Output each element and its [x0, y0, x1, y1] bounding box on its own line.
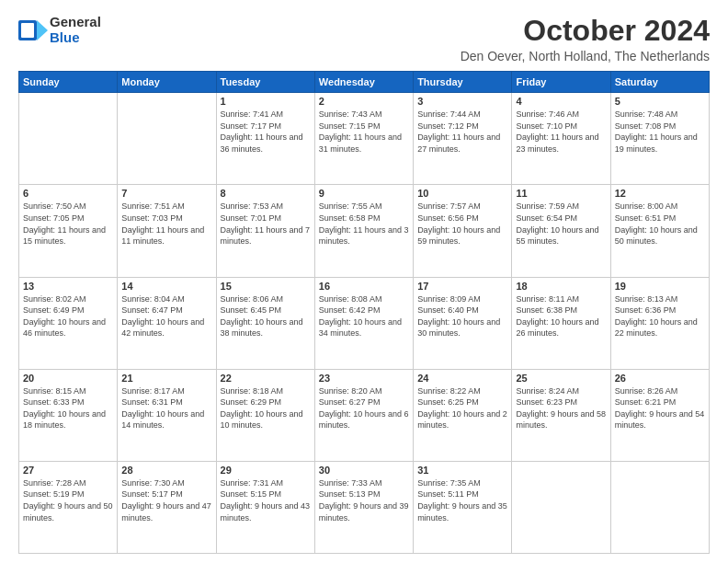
page: General Blue October 2024 Den Oever, Nor… — [0, 0, 728, 563]
weekday-header: Friday — [512, 72, 610, 93]
day-number: 1 — [221, 96, 311, 107]
svg-rect-2 — [21, 23, 34, 38]
cell-info: Sunrise: 8:00 AMSunset: 6:51 PMDaylight:… — [615, 201, 698, 246]
day-number: 26 — [615, 373, 705, 384]
day-number: 21 — [121, 373, 211, 384]
cell-info: Sunrise: 8:20 AMSunset: 6:27 PMDaylight:… — [319, 386, 409, 431]
day-number: 31 — [417, 465, 507, 476]
title-area: October 2024 Den Oever, North Holland, T… — [461, 15, 710, 63]
calendar-row: 1 Sunrise: 7:41 AMSunset: 7:17 PMDayligh… — [19, 93, 710, 185]
calendar-cell: 21 Sunrise: 8:17 AMSunset: 6:31 PMDaylig… — [118, 369, 216, 461]
day-number: 27 — [23, 465, 113, 476]
calendar-cell: 25 Sunrise: 8:24 AMSunset: 6:23 PMDaylig… — [512, 369, 610, 461]
day-number: 30 — [319, 465, 409, 476]
logo-blue-text: Blue — [50, 30, 101, 46]
calendar-cell: 20 Sunrise: 8:15 AMSunset: 6:33 PMDaylig… — [19, 369, 118, 461]
cell-info: Sunrise: 8:18 AMSunset: 6:29 PMDaylight:… — [221, 386, 303, 431]
day-number: 23 — [319, 373, 409, 384]
cell-info: Sunrise: 8:04 AMSunset: 6:47 PMDaylight:… — [121, 294, 204, 339]
cell-info: Sunrise: 7:59 AMSunset: 6:54 PMDaylight:… — [516, 201, 598, 246]
day-number: 6 — [23, 188, 113, 199]
calendar-cell: 30 Sunrise: 7:33 AMSunset: 5:13 PMDaylig… — [314, 461, 413, 553]
day-number: 13 — [23, 281, 113, 292]
calendar-cell: 17 Sunrise: 8:09 AMSunset: 6:40 PMDaylig… — [414, 277, 512, 369]
cell-info: Sunrise: 8:17 AMSunset: 6:31 PMDaylight:… — [121, 386, 204, 431]
cell-info: Sunrise: 8:15 AMSunset: 6:33 PMDaylight:… — [23, 386, 106, 431]
calendar-row: 20 Sunrise: 8:15 AMSunset: 6:33 PMDaylig… — [19, 369, 710, 461]
day-number: 11 — [516, 188, 606, 199]
day-number: 19 — [615, 281, 705, 292]
calendar-cell: 7 Sunrise: 7:51 AMSunset: 7:03 PMDayligh… — [118, 185, 216, 277]
logo-icon — [18, 20, 48, 40]
day-number: 3 — [417, 96, 507, 107]
calendar-row: 6 Sunrise: 7:50 AMSunset: 7:05 PMDayligh… — [19, 185, 710, 277]
cell-info: Sunrise: 8:06 AMSunset: 6:45 PMDaylight:… — [221, 294, 303, 339]
calendar-cell: 19 Sunrise: 8:13 AMSunset: 6:36 PMDaylig… — [610, 277, 709, 369]
calendar-cell: 23 Sunrise: 8:20 AMSunset: 6:27 PMDaylig… — [314, 369, 413, 461]
day-number: 29 — [221, 465, 311, 476]
calendar-cell: 11 Sunrise: 7:59 AMSunset: 6:54 PMDaylig… — [512, 185, 610, 277]
day-number: 7 — [121, 188, 211, 199]
calendar-cell: 12 Sunrise: 8:00 AMSunset: 6:51 PMDaylig… — [610, 185, 709, 277]
cell-info: Sunrise: 7:43 AMSunset: 7:15 PMDaylight:… — [319, 109, 402, 154]
cell-info: Sunrise: 7:55 AMSunset: 6:58 PMDaylight:… — [319, 201, 409, 246]
calendar-cell — [610, 461, 709, 553]
day-number: 25 — [516, 373, 606, 384]
calendar-cell — [118, 93, 216, 185]
calendar-cell — [19, 93, 118, 185]
calendar-cell: 18 Sunrise: 8:11 AMSunset: 6:38 PMDaylig… — [512, 277, 610, 369]
weekday-header: Thursday — [414, 72, 512, 93]
cell-info: Sunrise: 7:33 AMSunset: 5:13 PMDaylight:… — [319, 478, 409, 523]
calendar-cell: 24 Sunrise: 8:22 AMSunset: 6:25 PMDaylig… — [414, 369, 512, 461]
day-number: 8 — [221, 188, 311, 199]
cell-info: Sunrise: 7:51 AMSunset: 7:03 PMDaylight:… — [121, 201, 204, 246]
calendar-row: 13 Sunrise: 8:02 AMSunset: 6:49 PMDaylig… — [19, 277, 710, 369]
calendar-cell: 28 Sunrise: 7:30 AMSunset: 5:17 PMDaylig… — [118, 461, 216, 553]
calendar-cell: 2 Sunrise: 7:43 AMSunset: 7:15 PMDayligh… — [314, 93, 413, 185]
calendar-row: 27 Sunrise: 7:28 AMSunset: 5:19 PMDaylig… — [19, 461, 710, 553]
cell-info: Sunrise: 7:41 AMSunset: 7:17 PMDaylight:… — [221, 109, 303, 154]
cell-info: Sunrise: 8:26 AMSunset: 6:21 PMDaylight:… — [615, 386, 705, 431]
cell-info: Sunrise: 7:46 AMSunset: 7:10 PMDaylight:… — [516, 109, 598, 154]
day-number: 15 — [221, 281, 311, 292]
logo-general-text: General — [50, 15, 101, 30]
cell-info: Sunrise: 7:28 AMSunset: 5:19 PMDaylight:… — [23, 478, 113, 523]
day-number: 17 — [417, 281, 507, 292]
location-text: Den Oever, North Holland, The Netherland… — [461, 49, 710, 63]
day-number: 5 — [615, 96, 705, 107]
svg-marker-1 — [37, 20, 48, 40]
day-number: 24 — [417, 373, 507, 384]
cell-info: Sunrise: 8:09 AMSunset: 6:40 PMDaylight:… — [417, 294, 500, 339]
calendar-table: SundayMondayTuesdayWednesdayThursdayFrid… — [18, 71, 710, 554]
cell-info: Sunrise: 8:13 AMSunset: 6:36 PMDaylight:… — [615, 294, 698, 339]
cell-info: Sunrise: 7:30 AMSunset: 5:17 PMDaylight:… — [121, 478, 211, 523]
day-number: 20 — [23, 373, 113, 384]
day-number: 10 — [417, 188, 507, 199]
calendar-cell: 5 Sunrise: 7:48 AMSunset: 7:08 PMDayligh… — [610, 93, 709, 185]
calendar-cell: 16 Sunrise: 8:08 AMSunset: 6:42 PMDaylig… — [314, 277, 413, 369]
day-number: 9 — [319, 188, 409, 199]
day-number: 16 — [319, 281, 409, 292]
cell-info: Sunrise: 7:35 AMSunset: 5:11 PMDaylight:… — [417, 478, 507, 523]
cell-info: Sunrise: 8:22 AMSunset: 6:25 PMDaylight:… — [417, 386, 507, 431]
day-number: 22 — [221, 373, 311, 384]
weekday-header: Wednesday — [314, 72, 413, 93]
cell-info: Sunrise: 7:53 AMSunset: 7:01 PMDaylight:… — [221, 201, 311, 246]
cell-info: Sunrise: 7:31 AMSunset: 5:15 PMDaylight:… — [221, 478, 311, 523]
cell-info: Sunrise: 7:50 AMSunset: 7:05 PMDaylight:… — [23, 201, 106, 246]
cell-info: Sunrise: 7:57 AMSunset: 6:56 PMDaylight:… — [417, 201, 500, 246]
cell-info: Sunrise: 8:24 AMSunset: 6:23 PMDaylight:… — [516, 386, 606, 431]
calendar-cell: 4 Sunrise: 7:46 AMSunset: 7:10 PMDayligh… — [512, 93, 610, 185]
logo: General Blue — [18, 15, 101, 45]
cell-info: Sunrise: 7:44 AMSunset: 7:12 PMDaylight:… — [417, 109, 500, 154]
calendar-cell: 26 Sunrise: 8:26 AMSunset: 6:21 PMDaylig… — [610, 369, 709, 461]
weekday-header: Sunday — [19, 72, 118, 93]
weekday-header: Tuesday — [216, 72, 314, 93]
calendar-cell: 9 Sunrise: 7:55 AMSunset: 6:58 PMDayligh… — [314, 185, 413, 277]
calendar-cell: 8 Sunrise: 7:53 AMSunset: 7:01 PMDayligh… — [216, 185, 314, 277]
day-number: 12 — [615, 188, 705, 199]
header: General Blue October 2024 Den Oever, Nor… — [18, 15, 710, 63]
day-number: 4 — [516, 96, 606, 107]
calendar-cell: 13 Sunrise: 8:02 AMSunset: 6:49 PMDaylig… — [19, 277, 118, 369]
cell-info: Sunrise: 8:11 AMSunset: 6:38 PMDaylight:… — [516, 294, 598, 339]
